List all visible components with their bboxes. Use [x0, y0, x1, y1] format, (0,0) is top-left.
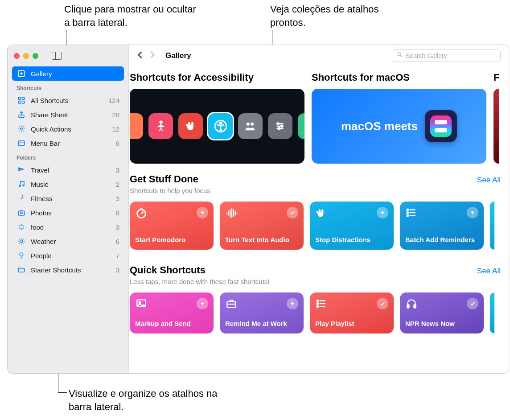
shortcut-chip [238, 113, 263, 139]
check-icon[interactable] [287, 207, 298, 218]
grid-icon [16, 96, 26, 104]
folder-icon [16, 266, 26, 274]
section-title: Get Stuff Done [130, 173, 210, 185]
sidebar-toggle-icon[interactable] [52, 52, 62, 60]
add-icon[interactable] [287, 298, 298, 309]
shortcut-card-npr-news-now[interactable]: NPR News Now [400, 292, 484, 334]
sidebar-item-quick-actions[interactable]: Quick Actions 12 [12, 122, 124, 136]
check-icon[interactable] [467, 298, 478, 309]
shortcut-card-partial[interactable] [490, 202, 494, 250]
add-icon[interactable] [467, 207, 478, 218]
collection-banners: Shortcuts for Accessibility [129, 72, 509, 164]
card-name: NPR News Now [405, 320, 478, 328]
gear-icon [16, 125, 26, 133]
shortcut-card-remind-me-at-work[interactable]: Remind Me at Work [220, 292, 304, 334]
shortcut-card-stop-distractions[interactable]: Stop Distractions [310, 202, 394, 250]
shortcut-card-turn-text-into-audio[interactable]: Turn Text Into Audio [220, 202, 304, 250]
sidebar-item-weather[interactable]: Weather 6 [12, 234, 124, 248]
add-icon[interactable] [197, 207, 208, 218]
music-icon [16, 180, 26, 188]
collection-title: Shortcuts for macOS [312, 72, 486, 83]
svg-point-10 [22, 195, 23, 197]
shortcut-card-play-playlist[interactable]: Play Playlist [310, 292, 394, 334]
svg-point-24 [407, 209, 408, 210]
collection-banner-accessibility[interactable] [130, 89, 304, 164]
shortcut-chip [130, 113, 143, 139]
svg-point-14 [20, 253, 23, 256]
svg-point-32 [317, 306, 318, 307]
sidebar-item-food[interactable]: food 3 [12, 220, 124, 234]
collection-banner-macos[interactable]: macOS meets [312, 89, 486, 164]
sidebar-item-count: 3 [116, 266, 119, 274]
close-button[interactable] [14, 53, 20, 59]
sidebar-item-people[interactable]: People 7 [12, 248, 124, 263]
zoom-button[interactable] [33, 53, 38, 59]
titlebar [8, 45, 128, 66]
svg-point-8 [19, 185, 21, 187]
sidebar-item-count: 124 [108, 97, 119, 104]
back-button[interactable] [137, 51, 143, 61]
svg-rect-4 [22, 101, 25, 103]
sidebar-item-label: Weather [31, 238, 56, 245]
sidebar-item-count: 3 [116, 223, 119, 231]
search-field[interactable] [393, 49, 501, 62]
sidebar-item-photos[interactable]: Photos 8 [12, 206, 124, 220]
minimize-button[interactable] [23, 53, 29, 59]
plane-icon [16, 166, 26, 174]
sidebar-item-music[interactable]: Music 2 [12, 177, 124, 191]
svg-point-25 [407, 212, 408, 213]
sidebar-item-label: food [31, 223, 44, 231]
check-icon[interactable] [377, 298, 388, 309]
sidebar-item-gallery[interactable]: Gallery [12, 66, 124, 81]
menubar-icon [16, 139, 26, 147]
sidebar-item-count: 2 [116, 181, 119, 188]
svg-point-9 [23, 185, 24, 186]
forward-button[interactable] [149, 51, 156, 61]
search-input[interactable] [406, 52, 497, 59]
shortcut-chip [298, 113, 304, 139]
sidebar-item-all-shortcuts[interactable]: All Shortcuts 124 [12, 93, 124, 107]
shortcut-chip [268, 113, 292, 139]
window-controls [14, 53, 38, 59]
shortcut-chip [178, 113, 203, 139]
sidebar-item-starter-shortcuts[interactable]: Starter Shortcuts 3 [12, 263, 124, 277]
wave-icon [225, 207, 239, 222]
sidebar-item-travel[interactable]: Travel 3 [12, 163, 124, 177]
shortcut-card-markup-and-send[interactable]: Markup and Send [130, 292, 214, 334]
sidebar-item-share-sheet[interactable]: Share Sheet 28 [12, 107, 124, 122]
gallery-icon [16, 70, 26, 78]
sidebar-item-label: Quick Actions [31, 125, 71, 133]
see-all-link[interactable]: See All [477, 176, 501, 185]
see-all-link[interactable]: See All [477, 267, 501, 276]
hand-icon [315, 207, 327, 222]
shortcut-card-batch-add-reminders[interactable]: Batch Add Reminders [400, 202, 484, 250]
sun-icon [16, 237, 26, 245]
section-title: Quick Shortcuts [130, 264, 270, 276]
search-icon [397, 52, 403, 60]
add-icon[interactable] [197, 298, 208, 309]
rays-icon [16, 223, 26, 231]
callout-line [58, 374, 58, 392]
add-icon[interactable] [377, 207, 388, 218]
svg-point-26 [407, 215, 408, 216]
sidebar-item-fitness[interactable]: Fitness 3 [12, 191, 124, 206]
sidebar-item-label: Share Sheet [31, 111, 68, 119]
shortcuts-app-icon [425, 110, 457, 142]
sidebar-item-menu-bar[interactable]: Menu Bar 6 [12, 136, 124, 150]
card-name: Play Playlist [315, 320, 388, 328]
sidebar-item-count: 6 [116, 140, 119, 147]
image-icon [135, 298, 148, 312]
timer-icon [135, 207, 148, 222]
section-get-stuff-done: Get Stuff Done Shortcuts to help you foc… [129, 164, 509, 258]
collection-banner-partial[interactable] [494, 89, 499, 164]
sidebar-item-label: All Shortcuts [31, 97, 68, 104]
shortcut-card-partial[interactable] [490, 292, 494, 334]
shortcut-card-start-pomodoro[interactable]: Start Pomodoro [130, 202, 214, 250]
svg-point-21 [281, 125, 283, 127]
sidebar-item-count: 12 [112, 125, 119, 133]
sidebar-item-count: 7 [116, 252, 119, 259]
sidebar-item-label: Menu Bar [31, 140, 60, 147]
toolbar: Gallery [129, 45, 509, 66]
share-icon [16, 111, 26, 119]
svg-rect-34 [414, 305, 415, 308]
